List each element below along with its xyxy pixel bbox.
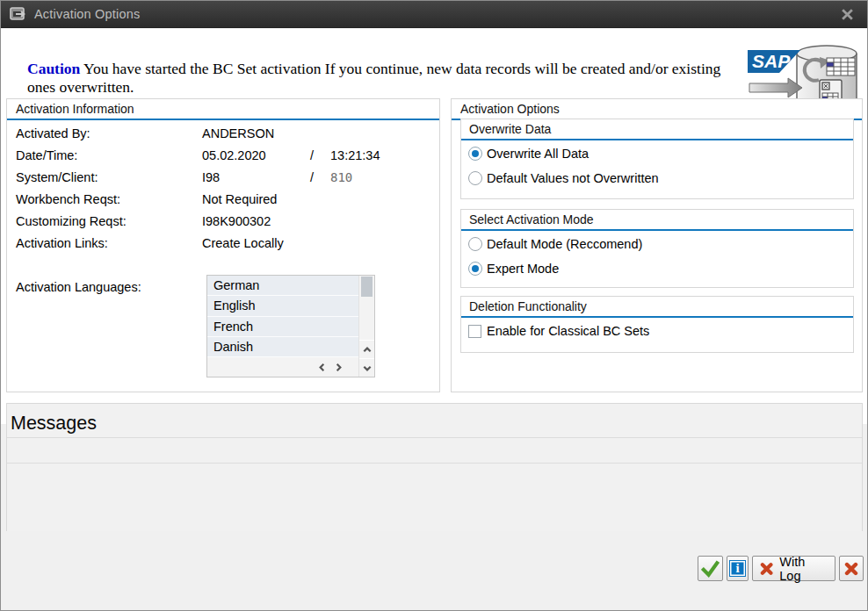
field-value: 05.02.2020 [202,145,266,167]
cancel-x-icon [760,562,773,576]
field-label: System/Client: [16,167,98,189]
group-title: Select Activation Mode [461,210,853,231]
scroll-left-button[interactable] [315,360,329,375]
vertical-scrollbar[interactable] [358,276,374,377]
radio-icon[interactable] [468,171,482,185]
chevron-down-icon [362,363,373,373]
field-label: Activated By: [16,123,90,145]
checkbox-label: Enable for Classical BC Sets [487,324,649,338]
field-value: ANDERSON [202,123,274,145]
language-list-item[interactable]: French [207,317,358,337]
field-value-2: 13:21:34 [330,145,380,167]
info-row-system-client: System/Client: I98 / 810 [7,167,439,189]
activation-options-title: Activation Options [452,99,862,120]
title-bar: Activation Options [1,1,867,28]
message-row [7,438,862,464]
horizontal-scrollbar[interactable] [207,357,358,377]
field-label: Customizing Reqst: [16,211,127,233]
field-separator: / [310,145,314,167]
caution-word: Caution [27,60,80,77]
caution-message: Caution You have started the BC Set acti… [27,60,730,97]
information-button[interactable]: i [727,556,749,581]
field-value: Not Required [202,189,277,211]
radio-expert-mode[interactable]: Expert Mode [461,257,853,280]
language-list-item[interactable]: German [207,276,358,296]
cancel-button[interactable] [839,556,864,581]
radio-default-values-not-overwritten[interactable]: Default Values not Overwritten [461,167,853,190]
chevron-left-icon [317,363,327,372]
activation-options-dialog: Activation Options Caution You have star… [0,0,868,611]
activation-options-panel: Activation Options Overwrite Data Overwr… [451,98,863,392]
info-row-customizing-reqst: Customizing Reqst: I98K900302 [7,211,439,233]
chevron-right-icon [334,363,344,372]
field-label: Activation Links: [16,233,108,255]
messages-title: Messages [7,404,862,438]
field-label: Workbench Reqst: [16,189,120,211]
info-row-date-time: Date/Time: 05.02.2020 / 13:21:34 [7,145,439,167]
chevron-up-icon [362,345,373,355]
info-icon: i [729,560,746,577]
svg-text:SAP: SAP [752,51,791,71]
checkbox-icon[interactable] [468,325,481,338]
overwrite-data-group: Overwrite Data Overwrite All Data Defaul… [460,119,854,199]
info-row-activation-links: Activation Links: Create Locally [7,233,439,255]
field-value-2: 810 [330,167,352,189]
field-value: I98 [202,167,220,189]
radio-default-mode[interactable]: Default Mode (Reccomend) [461,233,853,255]
activation-languages-listbox[interactable]: German English French Danish [206,275,375,377]
scroll-down-button[interactable] [359,358,374,377]
cancel-with-log-button[interactable]: With Log [752,556,835,581]
scrollbar-thumb[interactable] [361,277,373,297]
scroll-up-button[interactable] [359,340,374,358]
radio-label: Default Mode (Reccomend) [487,237,642,251]
check-icon [701,560,720,578]
scroll-right-button[interactable] [331,360,346,375]
footer-bar: i With Log [1,531,867,610]
cancel-x-icon [844,562,858,576]
radio-icon[interactable] [468,237,482,251]
radio-icon[interactable] [468,147,482,161]
deletion-functionality-group: Deletion Functionality Enable for Classi… [460,296,854,353]
activation-mode-group: Select Activation Mode Default Mode (Rec… [460,209,854,288]
radio-label: Default Values not Overwritten [487,171,659,185]
radio-label: Expert Mode [487,262,559,276]
table-icon [827,58,855,75]
scrollbar-track [359,297,374,340]
field-value: Create Locally [202,233,284,255]
field-value: I98K900302 [202,211,271,233]
group-title: Deletion Functionality [461,297,853,318]
checkbox-enable-classical-bc-sets[interactable]: Enable for Classical BC Sets [461,320,853,342]
messages-panel: Messages [6,403,863,533]
language-list-item[interactable]: English [207,296,358,316]
window-title: Activation Options [34,7,140,21]
radio-label: Overwrite All Data [487,147,589,161]
info-row-activated-by: Activated By: ANDERSON [7,123,439,145]
close-icon [841,8,854,21]
activation-information-panel: Activation Information Activated By: AND… [6,98,440,392]
radio-icon[interactable] [468,262,482,276]
field-label: Date/Time: [16,145,77,167]
close-button[interactable] [835,3,858,25]
language-list-item[interactable]: Danish [207,337,358,357]
with-log-label: With Log [779,555,828,583]
confirm-button[interactable] [698,556,723,581]
field-separator: / [310,167,314,189]
sap-logo-icon: SAP [748,50,800,73]
radio-overwrite-all-data[interactable]: Overwrite All Data [461,142,853,165]
dialog-icon [10,7,27,21]
caution-text: You have started the BC Set activation I… [27,60,720,96]
activation-information-title: Activation Information [7,99,439,120]
info-row-workbench-reqst: Workbench Reqst: Not Required [7,189,439,211]
group-title: Overwrite Data [461,119,853,140]
field-label: Activation Languages: [16,277,141,298]
